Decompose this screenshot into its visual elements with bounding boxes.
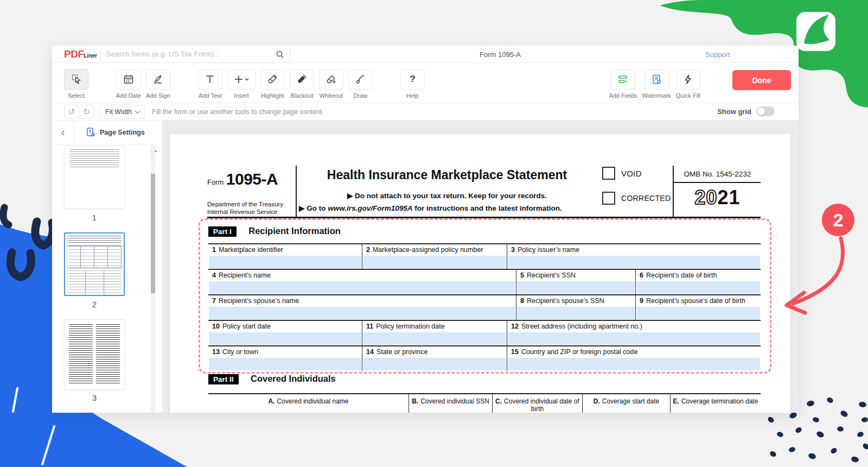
field-input-6[interactable] [636, 281, 760, 294]
collapse-sidebar-button[interactable]: ‹ [52, 121, 74, 144]
tool-whiteout[interactable]: Whiteout [319, 69, 343, 99]
field-input-5[interactable] [517, 281, 635, 294]
redo-button[interactable]: ↻ [79, 105, 94, 119]
page-thumbnail-2-selected[interactable] [64, 232, 125, 296]
search-icon[interactable] [276, 50, 284, 59]
column-header: C.Covered individual date of birth [493, 394, 583, 413]
tool-add-fields[interactable]: Add Fields [609, 69, 637, 99]
tool-select[interactable]: Select [64, 69, 88, 99]
field-input-7[interactable] [209, 307, 515, 319]
lightning-bolt-icon [682, 73, 694, 85]
logo-liner-text: Liner [84, 53, 97, 59]
table-row: 4Recipient’s name 5Recipient’s SSN 6Reci… [208, 269, 761, 294]
field-input-15[interactable] [508, 358, 760, 370]
column-header: D.Coverage start date [583, 394, 671, 413]
column-header: E.Coverage termination date [671, 394, 761, 413]
part1-table: 1Marketplace identifier 2Marketplace-ass… [208, 243, 761, 371]
zoom-dropdown[interactable]: Fit Width [100, 105, 145, 119]
page-settings-icon [86, 127, 96, 137]
watermark-document-icon [650, 73, 662, 85]
thumbnail-content [70, 149, 119, 168]
document-area: Form 1095-A Department of the Treasury I… [163, 121, 799, 413]
field-input-3[interactable] [508, 256, 760, 268]
corrected-label: CORRECTED [621, 194, 671, 203]
field-input-14[interactable] [363, 358, 506, 370]
thumbnail-content [96, 324, 120, 385]
omb-number: OMB No. 1545-2232 [674, 170, 761, 178]
document-title: Form 1095-A [480, 51, 521, 59]
tool-insert[interactable]: Insert [227, 69, 256, 99]
void-checkbox[interactable] [602, 167, 615, 180]
form-page: Form 1095-A Department of the Treasury I… [170, 134, 790, 413]
form-year: 2021 [674, 186, 761, 209]
tool-draw[interactable]: Draw [348, 69, 373, 99]
void-checkbox-row: VOID [602, 167, 642, 180]
corrected-checkbox[interactable] [602, 192, 615, 205]
done-button[interactable]: Done [732, 70, 791, 90]
whiteout-brush-icon [325, 73, 337, 85]
field-input-1[interactable] [209, 256, 361, 268]
chevron-left-icon: ‹ [61, 126, 65, 138]
thumbnail-content [67, 236, 122, 293]
page-number-1: 1 [64, 213, 125, 222]
toolbar-hint-text: Fill the form or use another tools to ch… [152, 108, 322, 116]
chevron-down-icon [135, 108, 141, 113]
tool-add-text[interactable]: Add Text [198, 69, 222, 99]
sidebar-scrollbar-thumb[interactable] [151, 174, 155, 293]
page-settings-button[interactable]: Page Settings [86, 127, 145, 137]
support-link[interactable]: Support [705, 51, 730, 59]
field-input-4[interactable] [209, 281, 515, 294]
page-thumbnail-3[interactable] [64, 319, 125, 390]
search-input[interactable] [106, 50, 276, 58]
page-number-2: 2 [64, 300, 125, 309]
part2-column-headers: A.Covered individual name B.Covered indi… [208, 393, 761, 413]
plus-icon [233, 73, 250, 85]
tool-help[interactable]: ? Help [400, 69, 425, 99]
field-input-12[interactable] [508, 332, 760, 345]
table-row: 7Recipient’s spouse’s name 8Recipient’s … [208, 294, 761, 320]
part1-header: Part I Recipient Information [208, 226, 341, 237]
add-fields-icon [617, 73, 629, 85]
treasury-dept-text: Department of the Treasury Internal Reve… [207, 200, 283, 216]
form-instruction-1: ▶ Do not attach to your tax return. Keep… [296, 191, 598, 200]
form-title: Health Insurance Marketplace Statement [296, 168, 598, 182]
search-form[interactable] [100, 46, 290, 63]
step-circle [822, 204, 854, 236]
part1-title: Recipient Information [248, 226, 341, 236]
field-input-8[interactable] [517, 307, 635, 319]
pages-sidebar: ‹ Page Settings 1 2 3 [52, 121, 163, 413]
void-label: VOID [621, 169, 642, 178]
page-thumbnail-1[interactable] [64, 146, 125, 209]
field-input-11[interactable] [363, 332, 506, 345]
field-input-10[interactable] [209, 332, 361, 345]
step-number: 2 [833, 210, 844, 230]
form-number-block: Form 1095-A [207, 170, 278, 188]
tool-highlight[interactable]: Highlight [260, 69, 285, 99]
tool-quick-fill[interactable]: Quick Fill [676, 69, 700, 99]
form-instruction-2: ▶ Go to www.irs.gov/Form1095A for instru… [299, 204, 603, 212]
tool-blackout[interactable]: Blackout [290, 69, 314, 99]
highlight-brush-icon [266, 73, 278, 85]
sub-toolbar: ↺ ↻ Fit Width Fill the form or use anoth… [52, 103, 799, 121]
main-toolbar: Select Add Date Add Sign Add Text Insert… [52, 63, 799, 103]
tool-add-date[interactable]: Add Date [116, 69, 141, 99]
column-header: A.Covered individual name [208, 394, 409, 413]
part2-title: Covered Individuals [251, 374, 336, 383]
tool-watermark[interactable]: Watermark [642, 69, 671, 99]
page-number-3: 3 [64, 393, 125, 402]
undo-icon: ↺ [68, 107, 75, 117]
part2-header: Part II Covered Individuals [208, 374, 336, 384]
undo-button[interactable]: ↺ [64, 105, 79, 119]
field-input-13[interactable] [209, 358, 361, 370]
corrected-checkbox-row: CORRECTED [602, 192, 671, 205]
show-grid-toggle[interactable] [756, 106, 775, 116]
redo-icon: ↻ [83, 107, 90, 117]
field-input-9[interactable] [636, 307, 760, 319]
pdfliner-logo[interactable]: PDFLiner [64, 48, 97, 60]
field-input-2[interactable] [363, 256, 506, 268]
tool-add-sign[interactable]: Add Sign [146, 69, 170, 99]
part2-tag: Part II [208, 374, 239, 384]
logo-pdf-text: PDF [64, 48, 84, 60]
toggle-knob [757, 108, 765, 115]
calendar-icon [123, 73, 135, 85]
